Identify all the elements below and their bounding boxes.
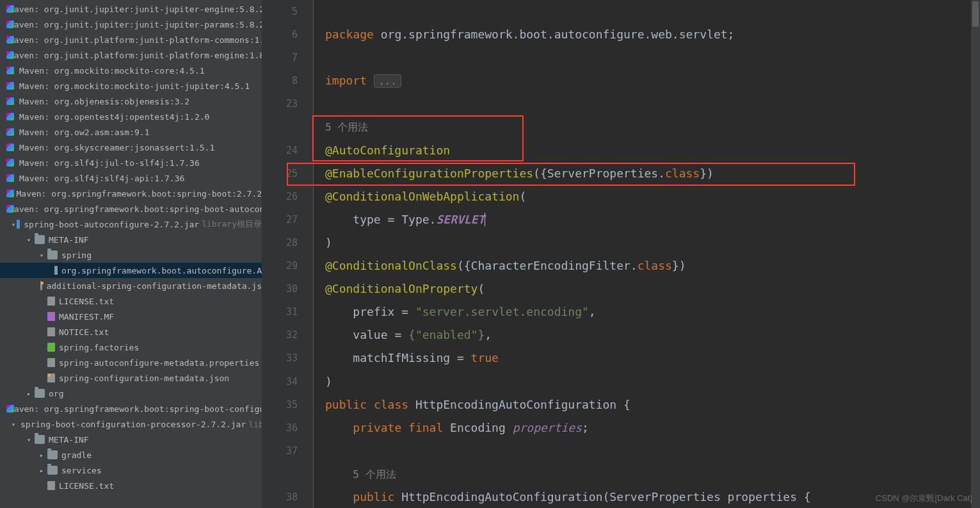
library-item[interactable]: Maven: org.junit.platform:junit-platform… — [0, 47, 262, 63]
file-config-metadata[interactable]: spring-configuration-metadata.json — [0, 370, 262, 386]
manifest-file-icon — [47, 312, 55, 321]
expand-arrow-icon[interactable] — [24, 389, 33, 398]
expand-arrow-icon[interactable] — [12, 220, 15, 229]
library-label: Maven: org.junit.platform:junit-platform… — [9, 35, 262, 45]
library-item[interactable]: Maven: org.junit.jupiter:junit-jupiter-p… — [0, 17, 262, 32]
jar-node[interactable]: spring-boot-configuration-processor-2.7.… — [0, 416, 262, 432]
editor-scrollbar[interactable] — [971, 0, 980, 508]
expand-arrow-icon[interactable] — [37, 450, 46, 459]
constructor-name: HttpEncodingAutoConfiguration — [401, 490, 602, 504]
line-number[interactable]: 34 — [262, 370, 298, 393]
library-icon — [5, 142, 15, 152]
jar-label: spring-boot-autoconfigure-2.7.2.jar — [24, 220, 199, 229]
annotation-autoconfig: @AutoConfiguration — [325, 143, 450, 157]
json-file-icon — [40, 281, 42, 290]
class-name: HttpEncodingAutoConfiguration — [415, 398, 616, 411]
close-brace: }) — [700, 167, 714, 180]
expand-arrow-icon[interactable] — [37, 466, 46, 475]
library-item[interactable]: Maven: org.mockito:mockito-core:4.5.1 — [0, 63, 262, 78]
expand-arrow-icon[interactable] — [37, 250, 46, 259]
close-brace: }) — [672, 259, 686, 272]
line-number[interactable] — [262, 115, 298, 138]
file-spring-factories[interactable]: spring.factories — [0, 340, 262, 355]
file-manifest[interactable]: MANIFEST.MF — [0, 309, 262, 324]
library-item[interactable]: Maven: org.opentest4j:opentest4j:1.2.0 — [0, 109, 262, 124]
file-autoconfigure-imports[interactable]: org.springframework.boot.autoconfigure.A — [0, 263, 262, 278]
string-value: {"enabled"} — [408, 328, 485, 341]
library-item[interactable]: Maven: org.springframework.boot:spring-b… — [0, 401, 262, 416]
project-tree[interactable]: Maven: org.junit.jupiter:junit-jupiter-e… — [0, 0, 262, 508]
library-item[interactable]: Maven: org.objenesis:objenesis:3.2 — [0, 94, 262, 109]
import-collapsed[interactable]: ... — [374, 74, 401, 88]
file-notice[interactable]: NOTICE.txt — [0, 324, 262, 340]
folder-spring[interactable]: spring — [0, 247, 262, 263]
library-label: Maven: org.slf4j:slf4j-api:1.7.36 — [19, 174, 184, 183]
line-number[interactable]: 38 — [262, 486, 298, 508]
library-item[interactable]: Maven: org.slf4j:slf4j-api:1.7.36 — [0, 170, 262, 186]
param-type: ServerProperties — [609, 490, 720, 504]
line-number[interactable]: 6 — [262, 23, 298, 46]
keyword-package: package — [325, 28, 374, 41]
line-number[interactable]: 32 — [262, 324, 298, 347]
line-number[interactable]: 31 — [262, 300, 298, 324]
expand-arrow-icon — [50, 266, 53, 275]
library-item[interactable]: Maven: org.skyscreamer:jsonassert:1.5.1 — [0, 140, 262, 155]
line-number[interactable]: 33 — [262, 347, 298, 370]
gutter[interactable]: 5 6 7 8 23 24 25 26 27 28 29 30 31 32 33… — [262, 0, 314, 508]
library-label: Maven: org.skyscreamer:jsonassert:1.5.1 — [19, 143, 214, 152]
scrollbar-thumb[interactable] — [972, 1, 979, 27]
library-item[interactable]: Maven: org.mockito:mockito-junit-jupiter… — [0, 78, 262, 94]
line-number[interactable]: 36 — [262, 416, 298, 439]
library-item[interactable]: Maven: org.junit.platform:junit-platform… — [0, 32, 262, 47]
annotation-condclass: @ConditionalOnClass — [325, 259, 457, 272]
line-number[interactable]: 25 — [262, 162, 298, 185]
file-label: LICENSE.txt — [59, 297, 114, 306]
folder-icon — [35, 389, 45, 398]
line-number[interactable] — [262, 463, 298, 486]
line-number[interactable]: 30 — [262, 277, 298, 300]
folder-org[interactable]: org — [0, 386, 262, 401]
line-number[interactable]: 29 — [262, 254, 298, 277]
folder-meta-inf[interactable]: META-INF — [0, 432, 262, 447]
line-number[interactable]: 37 — [262, 439, 298, 463]
param-name: properties — [728, 490, 797, 504]
library-item[interactable]: Maven: org.ow2.asm:asm:9.1 — [0, 124, 262, 140]
line-number[interactable]: 8 — [262, 69, 298, 92]
library-item[interactable]: Maven: org.springframework.boot:spring-b… — [0, 186, 262, 201]
usages-inlay[interactable]: 5 个用法 — [325, 121, 368, 133]
line-number[interactable]: 7 — [262, 46, 298, 69]
folder-label: META-INF — [49, 235, 89, 245]
file-additional-metadata[interactable]: additional-spring-configuration-metadata… — [0, 278, 262, 293]
expand-arrow-icon[interactable] — [12, 420, 15, 429]
expand-arrow-icon[interactable] — [24, 435, 33, 444]
file-license[interactable]: LICENSE.txt — [0, 478, 262, 493]
folder-icon — [35, 235, 45, 244]
annotation-condprop: @ConditionalOnProperty — [325, 282, 478, 295]
file-label: additional-spring-configuration-metadata… — [46, 281, 262, 291]
library-icon — [5, 96, 15, 106]
library-item[interactable]: Maven: org.junit.jupiter:junit-jupiter-e… — [0, 1, 262, 17]
line-number[interactable]: 24 — [262, 139, 298, 162]
line-number[interactable]: 23 — [262, 92, 298, 115]
field-properties: properties — [513, 421, 582, 434]
file-autoconfigure-props[interactable]: spring-autoconfigure-metadata.properties — [0, 355, 262, 370]
code-editor[interactable]: 5 6 7 8 23 24 25 26 27 28 29 30 31 32 33… — [262, 0, 980, 508]
code-area[interactable]: package org.springframework.boot.autocon… — [314, 0, 980, 508]
folder-services[interactable]: services — [0, 463, 262, 478]
line-number[interactable]: 28 — [262, 231, 298, 254]
jar-node[interactable]: spring-boot-autoconfigure-2.7.2.jar libr… — [0, 217, 262, 232]
line-number[interactable]: 5 — [262, 0, 298, 23]
expand-arrow-icon[interactable] — [24, 235, 33, 244]
library-item[interactable]: Maven: org.slf4j:jul-to-slf4j:1.7.36 — [0, 155, 262, 170]
line-number[interactable]: 26 — [262, 185, 298, 208]
usages-inlay[interactable]: 5 个用法 — [353, 468, 396, 480]
keyword-public: public — [325, 398, 367, 411]
factories-file-icon — [47, 343, 55, 352]
line-number[interactable]: 27 — [262, 208, 298, 231]
library-item[interactable]: Maven: org.springframework.boot:spring-b… — [0, 201, 262, 217]
library-label: Maven: org.junit.jupiter:junit-jupiter-e… — [9, 4, 262, 14]
file-license[interactable]: LICENSE.txt — [0, 293, 262, 309]
folder-meta-inf[interactable]: META-INF — [0, 232, 262, 247]
folder-gradle[interactable]: gradle — [0, 447, 262, 463]
line-number[interactable]: 35 — [262, 393, 298, 416]
